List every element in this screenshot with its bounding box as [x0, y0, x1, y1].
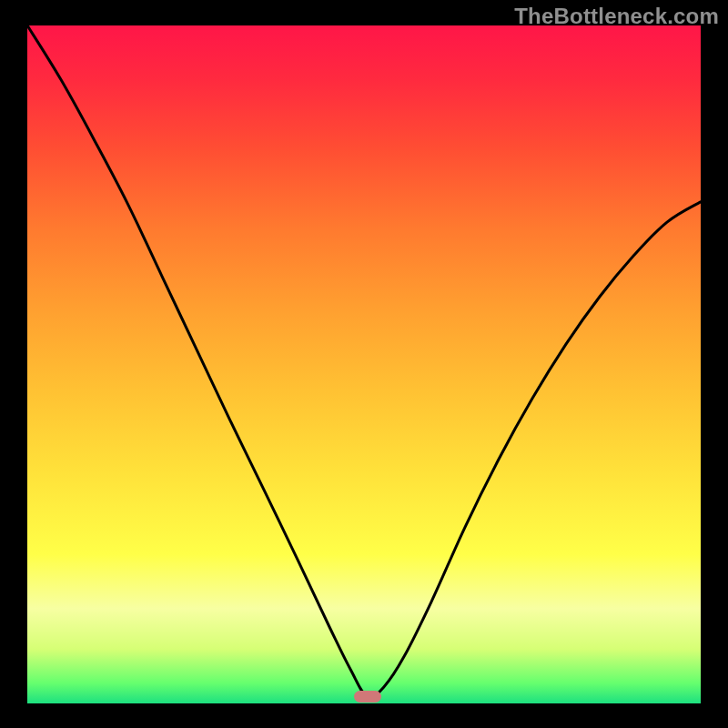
optimal-marker [354, 691, 381, 703]
chart-frame: TheBottleneck.com [0, 0, 728, 728]
curve-path [27, 25, 701, 697]
bottleneck-curve [27, 25, 701, 703]
watermark-text: TheBottleneck.com [514, 4, 719, 29]
plot-area [27, 25, 701, 703]
